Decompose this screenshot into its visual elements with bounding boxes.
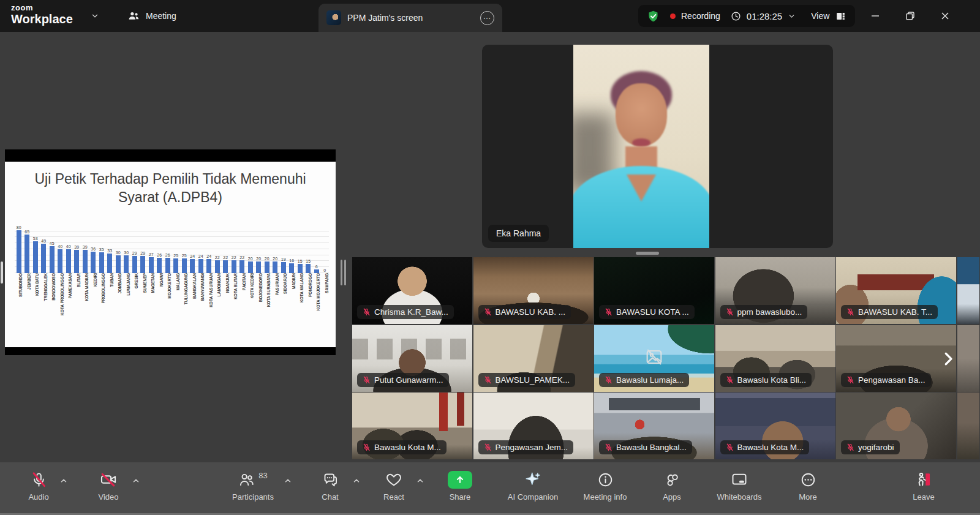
bar-value-label: 15 bbox=[298, 259, 303, 263]
participant-tile-partial[interactable] bbox=[957, 393, 979, 459]
participant-name-pill: Pengawasan Ba... bbox=[841, 373, 931, 387]
participant-tile[interactable]: Bawaslu Lumaja... bbox=[594, 325, 714, 392]
participant-name: Bawaslu Kota Bli... bbox=[737, 375, 807, 385]
chart-bar bbox=[248, 261, 253, 274]
participants-options-chevron[interactable] bbox=[282, 476, 294, 486]
tab-meeting[interactable]: Meeting bbox=[127, 0, 176, 32]
react-button[interactable]: React bbox=[366, 469, 421, 502]
chart-bar bbox=[239, 260, 244, 273]
chat-icon bbox=[322, 469, 339, 490]
bar-value-label: 27 bbox=[149, 252, 154, 257]
chart-bar-slot: 26 bbox=[164, 225, 172, 273]
participant-name: BAWASLU KOTA ... bbox=[616, 307, 689, 317]
ai-companion-button[interactable]: AI Companion bbox=[499, 469, 567, 502]
meeting-info-button[interactable]: Meeting info bbox=[571, 469, 639, 502]
ai-companion-label: AI Companion bbox=[508, 492, 558, 502]
chart-bar-slot: 27 bbox=[147, 225, 156, 273]
chart-bar-slot: 19 bbox=[279, 225, 288, 273]
chart-category: SIDOARJO bbox=[279, 273, 288, 328]
apps-button[interactable]: Apps bbox=[644, 469, 699, 502]
participant-tile[interactable]: BAWASLU KAB. ... bbox=[473, 257, 594, 324]
chart-bar bbox=[232, 260, 236, 273]
participant-name: BAWASLU KAB. ... bbox=[496, 307, 566, 317]
participant-tile[interactable]: ppm bawaslubo... bbox=[715, 257, 835, 324]
participant-tile[interactable]: BAWSLU_PAMEK... bbox=[473, 325, 594, 392]
participant-name: yogifarobi bbox=[858, 443, 894, 452]
participants-button[interactable]: 83 Participants bbox=[219, 469, 287, 502]
gallery-next-page-button[interactable] bbox=[936, 345, 960, 372]
active-speaker-tile[interactable]: Eka Rahma bbox=[482, 45, 833, 248]
chart-category: PAMEKASAN bbox=[64, 273, 73, 328]
panel-resize-handle-vertical[interactable] bbox=[341, 260, 347, 285]
view-button-label[interactable]: View bbox=[811, 11, 829, 21]
bar-value-label: 36 bbox=[91, 247, 96, 251]
chart-bar-slot: 24 bbox=[205, 225, 214, 273]
panel-resize-handle-horizontal[interactable] bbox=[636, 252, 659, 255]
view-layout-icon[interactable] bbox=[835, 10, 846, 22]
timer-chevron-down-icon[interactable] bbox=[788, 12, 796, 20]
participant-tile[interactable]: BAWASLU KAB. T... bbox=[836, 257, 956, 324]
chart-categories: SITUBONDOJEMBERKOTA BATUTRENGGALEKBONDOW… bbox=[15, 273, 329, 328]
speaker-neckline bbox=[627, 175, 656, 201]
react-options-chevron[interactable] bbox=[414, 476, 426, 486]
bar-value-label: 25 bbox=[173, 254, 178, 258]
chart-category: GRESIK bbox=[130, 273, 139, 328]
bar-value-label: 80 bbox=[17, 225, 21, 230]
bar-value-label: 39 bbox=[74, 245, 79, 249]
tab-screen-share[interactable]: PPM Jatim's screen … bbox=[318, 4, 502, 32]
participant-tile[interactable]: Bawaslu Kota M... bbox=[352, 393, 472, 459]
gallery-grid: Chrisma K.R_Baw...BAWASLU KAB. ...BAWASL… bbox=[352, 257, 980, 460]
audio-options-chevron[interactable] bbox=[58, 476, 70, 486]
video-button[interactable]: Video bbox=[81, 469, 136, 502]
chart-bar bbox=[17, 230, 21, 273]
participant-tile[interactable]: Bawaslu Kota Bli... bbox=[715, 325, 835, 392]
tab-options-ellipsis-icon[interactable]: … bbox=[480, 11, 494, 25]
mic-muted-icon bbox=[605, 308, 612, 316]
workspace-chevron-down-icon[interactable] bbox=[91, 12, 99, 23]
chart-category: LAMONGAN bbox=[213, 273, 222, 328]
leave-button[interactable]: Leave bbox=[896, 469, 951, 502]
chart-category: PROBOLINGGO bbox=[97, 273, 106, 328]
share-screen-icon bbox=[448, 471, 472, 489]
bar-value-label: 40 bbox=[58, 244, 62, 249]
mic-muted-icon bbox=[605, 376, 612, 384]
chart-category: MADIUN bbox=[288, 273, 296, 328]
chat-button[interactable]: Chat bbox=[303, 469, 358, 502]
participant-name: Bawaslu Bangkal... bbox=[616, 443, 687, 452]
window-minimize-button[interactable] bbox=[860, 0, 891, 32]
chart-bar bbox=[91, 252, 96, 273]
chart-category: TRENGGALEK bbox=[40, 273, 48, 328]
participant-tile[interactable]: BAWASLU KOTA ... bbox=[594, 257, 714, 324]
mic-muted-icon bbox=[484, 376, 492, 384]
participant-tile[interactable]: yogifarobi bbox=[836, 393, 956, 459]
mic-muted-icon bbox=[846, 308, 854, 316]
participant-tile[interactable]: Bawaslu Kota M... bbox=[715, 393, 835, 459]
chart-category: BANGKALAN bbox=[189, 273, 197, 328]
bar-value-label: 25 bbox=[182, 254, 187, 258]
participant-tile[interactable]: Pengawasan Jem... bbox=[473, 393, 594, 459]
bar-value-label: 15 bbox=[306, 259, 311, 263]
bar-value-label: 22 bbox=[232, 255, 236, 260]
chart-bar-slot: 20 bbox=[271, 225, 280, 273]
more-button[interactable]: More bbox=[780, 469, 835, 502]
shared-screen-scrollbar[interactable] bbox=[1, 261, 3, 284]
bar-value-label: 29 bbox=[140, 251, 145, 255]
whiteboards-button[interactable]: Whiteboards bbox=[706, 469, 773, 502]
chart-category: KEDIRI bbox=[89, 273, 98, 328]
title-bar: zoom Workplace Meeting PPM Jatim's scree… bbox=[0, 0, 980, 32]
video-options-chevron[interactable] bbox=[130, 476, 142, 486]
speaker-video bbox=[573, 45, 709, 248]
leave-icon bbox=[915, 469, 932, 490]
participant-tile[interactable]: Putut Gunawarm... bbox=[352, 325, 472, 392]
chart-bar-slot: 40 bbox=[64, 225, 73, 273]
security-shield-icon[interactable] bbox=[647, 10, 660, 23]
bar-value-label: 30 bbox=[116, 250, 121, 255]
bar-value-label: 33 bbox=[107, 249, 112, 253]
participant-tile[interactable]: Bawaslu Bangkal... bbox=[594, 393, 714, 459]
share-button[interactable]: Share bbox=[432, 469, 488, 502]
chat-options-chevron[interactable] bbox=[350, 476, 363, 486]
participant-tile[interactable]: Chrisma K.R_Baw... bbox=[352, 257, 472, 324]
participant-tile-partial[interactable] bbox=[957, 257, 979, 324]
window-close-button[interactable] bbox=[930, 0, 960, 32]
window-restore-button[interactable] bbox=[895, 0, 925, 32]
